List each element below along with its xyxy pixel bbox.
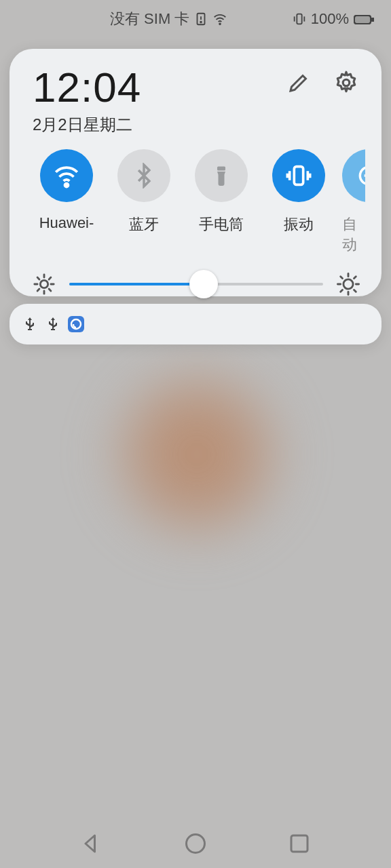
svg-line-21: [49, 289, 51, 291]
wifi-status-icon: [212, 12, 227, 26]
panel-date: 2月2日星期二: [33, 114, 141, 136]
svg-rect-12: [217, 167, 225, 171]
svg-point-34: [187, 835, 205, 853]
bluetooth-icon: [117, 149, 170, 202]
toggle-vibrate[interactable]: 振动: [265, 149, 333, 255]
toggle-auto-rotate[interactable]: 自动: [342, 149, 365, 255]
vibrate-status-icon: [292, 12, 307, 26]
no-sim-text: 没有 SIM 卡: [110, 9, 189, 29]
toggle-bluetooth[interactable]: 蓝牙: [110, 149, 178, 255]
svg-point-10: [343, 79, 350, 86]
toggle-wifi[interactable]: Huawei-: [33, 149, 100, 255]
brightness-fill: [69, 283, 204, 285]
nav-back-button[interactable]: [79, 831, 104, 856]
battery-percent: 100%: [311, 10, 349, 28]
svg-line-30: [354, 290, 356, 292]
toggle-label: 蓝牙: [129, 214, 159, 235]
svg-line-32: [354, 277, 356, 279]
vibrate-icon: [272, 149, 325, 202]
quick-settings-panel[interactable]: 12:04 2月2日星期二 Huawei- 蓝牙: [10, 49, 381, 296]
toggle-label: Huawei-: [39, 214, 94, 232]
settings-button[interactable]: [333, 69, 360, 96]
brightness-low-icon: [33, 273, 56, 296]
usb-icon: [22, 316, 38, 332]
panel-time: 12:04: [33, 66, 141, 108]
wallpaper-blur: [95, 353, 299, 556]
brightness-track[interactable]: [69, 283, 323, 285]
svg-point-11: [65, 184, 69, 187]
svg-point-2: [200, 22, 202, 23]
svg-line-20: [37, 277, 39, 279]
svg-rect-4: [297, 14, 301, 24]
brightness-high-icon: [337, 273, 360, 296]
svg-rect-13: [294, 167, 303, 185]
app-notification-icon: [68, 316, 84, 332]
quick-toggles-row[interactable]: Huawei- 蓝牙 手电筒 振动 自动: [33, 149, 365, 255]
battery-icon: [353, 12, 375, 26]
svg-line-29: [341, 277, 343, 279]
svg-line-23: [49, 277, 51, 279]
svg-rect-7: [354, 16, 371, 24]
svg-point-15: [40, 280, 48, 288]
svg-line-22: [37, 289, 39, 291]
svg-rect-35: [291, 835, 308, 852]
nav-recent-button[interactable]: [287, 831, 312, 856]
navigation-bar: [0, 819, 391, 868]
toggle-label: 振动: [284, 214, 314, 235]
wifi-icon: [40, 149, 93, 202]
status-bar: 没有 SIM 卡 100%: [0, 0, 391, 38]
svg-point-24: [343, 279, 353, 289]
brightness-slider[interactable]: [33, 273, 365, 296]
notification-dock[interactable]: [10, 304, 381, 344]
toggle-label: 手电筒: [199, 214, 244, 235]
usb-icon: [45, 316, 61, 332]
svg-rect-9: [371, 18, 373, 21]
nav-home-button[interactable]: [183, 831, 208, 856]
toggle-label: 自动: [342, 214, 365, 255]
svg-point-3: [219, 23, 221, 24]
toggle-flashlight[interactable]: 手电筒: [187, 149, 255, 255]
edit-button[interactable]: [285, 69, 312, 96]
flashlight-icon: [195, 149, 248, 202]
brightness-thumb[interactable]: [189, 270, 218, 298]
auto-rotate-icon: [342, 149, 365, 202]
sim-alert-icon: [193, 12, 208, 26]
svg-line-31: [341, 290, 343, 292]
